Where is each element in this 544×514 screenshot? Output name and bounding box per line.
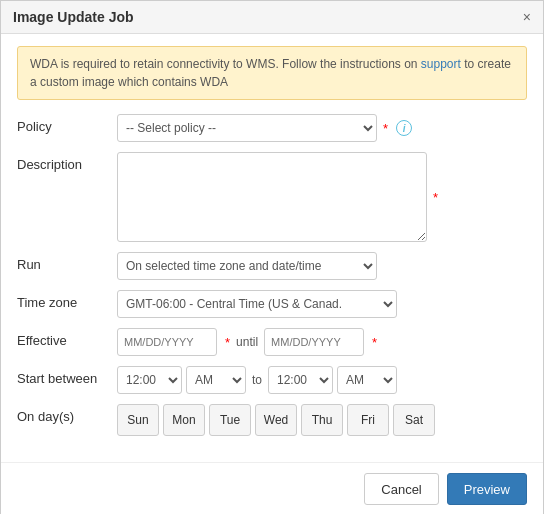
effective-label: Effective [17,328,117,348]
policy-required: * [383,121,388,136]
run-control-wrap: On selected time zone and date/time [117,252,527,280]
days-buttons: SunMonTueWedThuFriSat [117,404,435,436]
policy-info-icon[interactable]: i [396,120,412,136]
until-label: until [236,335,258,349]
end-hour-select[interactable]: 12:00 [268,366,333,394]
on-days-row: On day(s) SunMonTueWedThuFriSat [17,404,527,436]
description-control-wrap: * [117,152,527,242]
effective-inputs: * until * [117,328,377,356]
day-button-sun[interactable]: Sun [117,404,159,436]
timezone-select[interactable]: GMT-06:00 - Central Time (US & Canad. [117,290,397,318]
description-label: Description [17,152,117,172]
timezone-row: Time zone GMT-06:00 - Central Time (US &… [17,290,527,318]
day-button-tue[interactable]: Tue [209,404,251,436]
preview-button[interactable]: Preview [447,473,527,505]
image-update-dialog: Image Update Job × WDA is required to re… [0,0,544,514]
start-between-row: Start between 12:00 AM to 12:00 AM [17,366,527,394]
dialog-body: WDA is required to retain connectivity t… [1,34,543,462]
start-ampm-select[interactable]: AM [186,366,246,394]
alert-text-before: WDA is required to retain connectivity t… [30,57,421,71]
support-link[interactable]: support [421,57,461,71]
policy-row: Policy -- Select policy -- * i [17,114,527,142]
effective-row: Effective * until * [17,328,527,356]
day-button-sat[interactable]: Sat [393,404,435,436]
dialog-title: Image Update Job [13,9,134,25]
run-label: Run [17,252,117,272]
day-button-thu[interactable]: Thu [301,404,343,436]
effective-end-date[interactable] [264,328,364,356]
run-select[interactable]: On selected time zone and date/time [117,252,377,280]
run-row: Run On selected time zone and date/time [17,252,527,280]
effective-start-required: * [225,335,230,350]
description-textarea[interactable] [117,152,427,242]
alert-box: WDA is required to retain connectivity t… [17,46,527,100]
close-button[interactable]: × [523,10,531,24]
policy-control-wrap: -- Select policy -- * i [117,114,527,142]
timezone-control-wrap: GMT-06:00 - Central Time (US & Canad. [117,290,527,318]
start-hour-select[interactable]: 12:00 [117,366,182,394]
day-button-wed[interactable]: Wed [255,404,297,436]
policy-select[interactable]: -- Select policy -- [117,114,377,142]
dialog-header: Image Update Job × [1,1,543,34]
to-label: to [250,373,264,387]
cancel-button[interactable]: Cancel [364,473,438,505]
on-days-label: On day(s) [17,404,117,424]
start-between-label: Start between [17,366,117,386]
description-row: Description * [17,152,527,242]
effective-control-wrap: * until * [117,328,527,356]
effective-end-required: * [372,335,377,350]
on-days-control-wrap: SunMonTueWedThuFriSat [117,404,527,436]
start-between-inputs: 12:00 AM to 12:00 AM [117,366,397,394]
end-ampm-select[interactable]: AM [337,366,397,394]
day-button-mon[interactable]: Mon [163,404,205,436]
description-required: * [433,190,438,205]
effective-start-date[interactable] [117,328,217,356]
dialog-footer: Cancel Preview [1,462,543,514]
start-between-control-wrap: 12:00 AM to 12:00 AM [117,366,527,394]
policy-label: Policy [17,114,117,134]
timezone-label: Time zone [17,290,117,310]
day-button-fri[interactable]: Fri [347,404,389,436]
